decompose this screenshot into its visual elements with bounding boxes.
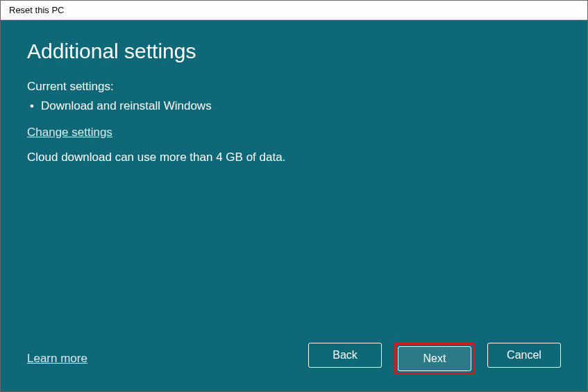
list-item: Download and reinstall Windows	[27, 99, 561, 113]
window-title: Reset this PC	[9, 5, 64, 15]
next-button[interactable]: Next	[398, 346, 471, 371]
data-usage-info: Cloud download can use more than 4 GB of…	[27, 151, 561, 164]
change-settings-link[interactable]: Change settings	[27, 126, 561, 139]
reset-pc-window: Reset this PC Additional settings Curren…	[0, 0, 588, 392]
page-title: Additional settings	[27, 40, 561, 63]
settings-list: Download and reinstall Windows	[27, 99, 561, 113]
current-settings-label: Current settings:	[27, 80, 561, 94]
wizard-footer: Learn more Back Next Cancel	[27, 343, 561, 375]
window-titlebar: Reset this PC	[1, 1, 587, 20]
wizard-content: Additional settings Current settings: Do…	[1, 20, 587, 391]
button-row: Back Next Cancel	[308, 343, 561, 375]
back-button[interactable]: Back	[308, 343, 382, 368]
cancel-button[interactable]: Cancel	[487, 343, 561, 368]
learn-more-link[interactable]: Learn more	[27, 352, 87, 366]
next-button-highlight: Next	[394, 343, 475, 375]
